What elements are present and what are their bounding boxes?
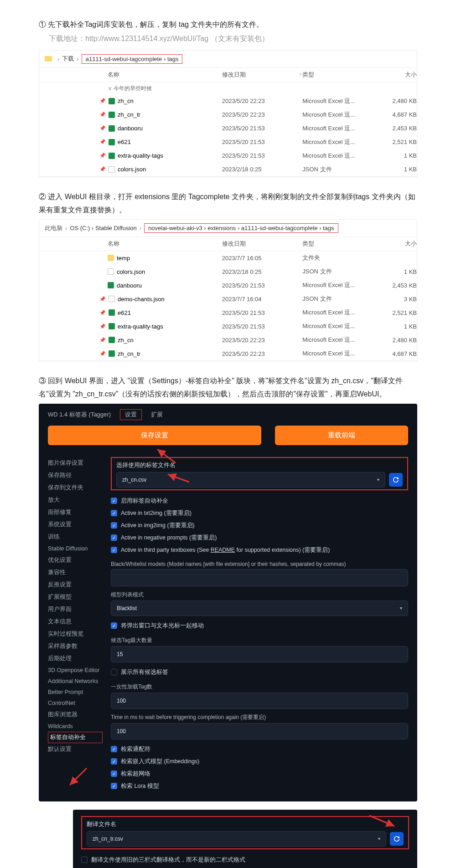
- sidebar-item[interactable]: 保存路径: [48, 469, 103, 482]
- col-date[interactable]: 修改日期: [222, 240, 302, 248]
- sidebar-item[interactable]: 保存到文件夹: [48, 482, 103, 494]
- step3-title: ③ 回到 WebUI 界面，进入 "设置（Settings）-标签自动补全" 版…: [39, 375, 417, 401]
- checkbox-label: 检索通配符: [121, 745, 150, 753]
- sidebar-item[interactable]: 实时过程预览: [48, 628, 103, 640]
- file-type: Microsoft Excel 逗...: [302, 138, 374, 146]
- checkbox-row[interactable]: ✓检索通配符: [111, 743, 408, 755]
- save-settings-button[interactable]: 保存设置: [48, 426, 261, 445]
- sidebar-item[interactable]: 扩展模型: [48, 591, 103, 603]
- checkbox-row[interactable]: ✓ 将弹出窗口与文本光标一起移动: [111, 620, 408, 632]
- table-row[interactable]: 📌danbooru2023/5/20 21:53Microsoft Excel …: [39, 122, 417, 135]
- sidebar-item[interactable]: 用户界面: [48, 603, 103, 616]
- table-row[interactable]: colors.json2023/2/18 0:25JSON 文件1 KB: [39, 265, 417, 278]
- file-date: 2023/2/18 0:25: [222, 268, 302, 275]
- col-name[interactable]: 名称: [108, 71, 222, 79]
- checkbox-row[interactable]: ✓启用标签自动补全: [111, 495, 408, 507]
- trans-label: 翻译文件名: [87, 821, 404, 828]
- checkbox-row[interactable]: ✓Active in txt2img (需要重启): [111, 507, 408, 519]
- sidebar-item[interactable]: 3D Openpose Editor: [48, 665, 103, 676]
- crumb-root[interactable]: 此电脑: [45, 224, 62, 232]
- checkbox-row[interactable]: ✓检索嵌入式模型 (Embeddings): [111, 755, 408, 768]
- readme-link[interactable]: README: [211, 547, 235, 553]
- modellist-dropdown[interactable]: Blacklist ▾: [111, 601, 408, 616]
- table-row[interactable]: temp2023/7/7 16:05文件夹: [39, 251, 417, 265]
- sidebar-item[interactable]: 放大: [48, 494, 103, 506]
- sidebar-item[interactable]: 图库浏览器: [48, 709, 103, 721]
- checkbox-row[interactable]: 翻译文件使用旧的三栏式翻译格式，而不是新的二栏式格式: [81, 854, 409, 866]
- table-row[interactable]: 📌zh_cn2023/5/20 22:23Microsoft Excel 逗..…: [39, 94, 417, 108]
- sidebar-item[interactable]: 训练: [48, 531, 103, 543]
- file-size: 1 KB: [374, 152, 417, 159]
- table-row[interactable]: danbooru2023/5/20 21:53Microsoft Excel 逗…: [39, 278, 417, 292]
- tab-extensions[interactable]: 扩展: [151, 411, 163, 419]
- crumb-mid[interactable]: OS (C:) › Stable Diffusion: [70, 225, 136, 231]
- tag-file-dropdown[interactable]: zh_cn.csv ▾: [116, 472, 385, 488]
- col-size[interactable]: 大小: [374, 71, 417, 79]
- checkbox-row[interactable]: ✓检索 Lora 模型: [111, 780, 408, 792]
- sidebar-item[interactable]: Wildcards: [48, 721, 103, 732]
- pin-icon: 📌: [99, 310, 106, 316]
- delay-input[interactable]: 100: [111, 723, 408, 740]
- checkbox-row[interactable]: ✓ 按照译文检索: [81, 866, 409, 868]
- table-row[interactable]: 📌colors.json2023/2/18 0:25JSON 文件1 KB: [39, 163, 417, 176]
- table-row[interactable]: 📌demo-chants.json2023/7/7 16:04JSON 文件3 …: [39, 292, 417, 306]
- sidebar-item[interactable]: 标签自动补全: [48, 732, 103, 743]
- sidebar-item[interactable]: 兼容性: [48, 566, 103, 579]
- chevron-down-icon: ▾: [377, 477, 379, 482]
- refresh-button[interactable]: [390, 832, 404, 846]
- table-row[interactable]: 📌extra-quality-tags2023/5/20 21:53Micros…: [39, 149, 417, 163]
- table-row[interactable]: 📌zh_cn_tr2023/5/20 22:23Microsoft Excel …: [39, 347, 417, 360]
- refresh-button[interactable]: [389, 473, 403, 487]
- checkbox-row[interactable]: ✓ Active in third party textboxes (See R…: [111, 544, 408, 556]
- sidebar-item[interactable]: 反推设置: [48, 579, 103, 591]
- sidebar-item[interactable]: 默认设置: [48, 743, 103, 755]
- blacklist-input[interactable]: [111, 569, 408, 586]
- col-size[interactable]: 大小: [374, 240, 417, 248]
- step1-title: ① 先下载补全Tag词库安装包，解压，复制 tag 文件夹中的所有文件。: [39, 18, 417, 31]
- col-date[interactable]: 修改日期⌄: [222, 71, 302, 79]
- crumb-text[interactable]: a1111-sd-webui-tagcomplete › tags: [86, 56, 179, 62]
- settings-body: 选择使用的标签文件名 zh_cn.csv ▾ ✓启用标签自动: [103, 453, 417, 801]
- delay-label: Time in ms to wait before triggering com…: [111, 714, 408, 721]
- tab-settings[interactable]: 设置: [120, 409, 142, 420]
- sidebar-item[interactable]: ControlNet: [48, 698, 103, 709]
- checkbox-icon: ✓: [111, 783, 117, 789]
- onceload-input[interactable]: 100: [111, 693, 408, 709]
- col-type[interactable]: 类型: [302, 240, 374, 248]
- sidebar-item[interactable]: Better Prompt: [48, 687, 103, 698]
- checkbox-row[interactable]: 展示所有候选标签: [111, 666, 408, 678]
- chevron-down-icon: ▾: [378, 836, 380, 841]
- sidebar-item[interactable]: Stable Diffusion: [48, 543, 103, 554]
- group-header[interactable]: ∨ 今年的早些时候: [39, 82, 417, 94]
- sidebar-item[interactable]: 优化设置: [48, 554, 103, 566]
- file-type: Microsoft Excel 逗...: [302, 152, 374, 160]
- sidebar-item[interactable]: Additional Networks: [48, 676, 103, 687]
- checkbox-row[interactable]: ✓检索超网络: [111, 768, 408, 780]
- table-row[interactable]: 📌extra-quality-tags2023/5/20 21:53Micros…: [39, 319, 417, 333]
- file-size: 2,480 KB: [374, 98, 417, 104]
- crumb-text[interactable]: novelai-webui-aki-v3 › extensions › a111…: [148, 225, 334, 231]
- col-name[interactable]: 名称: [108, 240, 222, 248]
- tab-tagger[interactable]: WD 1.4 标签器 (Tagger): [48, 411, 111, 419]
- col-type[interactable]: 类型: [302, 71, 374, 79]
- table-row[interactable]: 📌zh_cn_tr2023/5/20 22:23Microsoft Excel …: [39, 108, 417, 122]
- maxcand-input[interactable]: 15: [111, 646, 408, 663]
- table-row[interactable]: 📌zh_cn2023/5/20 22:23Microsoft Excel 逗..…: [39, 333, 417, 347]
- table-row[interactable]: 📌e6212023/5/20 21:53Microsoft Excel 逗...…: [39, 306, 417, 319]
- checkbox-icon: ✓: [111, 498, 117, 504]
- checkbox-row[interactable]: ✓Active in negative prompts (需要重启): [111, 532, 408, 544]
- crumb-left[interactable]: 下载: [62, 55, 74, 63]
- tag-file-section: 选择使用的标签文件名 zh_cn.csv ▾: [111, 457, 408, 490]
- sidebar-item[interactable]: 图片保存设置: [48, 457, 103, 469]
- sidebar-item[interactable]: 后期处理: [48, 652, 103, 665]
- trans-dropdown[interactable]: zh_cn_tr.csv ▾: [87, 831, 386, 847]
- sidebar-item[interactable]: 系统设置: [48, 519, 103, 531]
- file-size: 2,521 KB: [374, 139, 417, 145]
- sidebar-item[interactable]: 面部修复: [48, 506, 103, 519]
- checkbox-row[interactable]: ✓Active in img2img (需要重启): [111, 519, 408, 532]
- table-row[interactable]: 📌e6212023/5/20 21:53Microsoft Excel 逗...…: [39, 135, 417, 149]
- reload-ui-button[interactable]: 重载前端: [275, 426, 408, 445]
- sidebar-item[interactable]: 文本信息: [48, 616, 103, 628]
- file-date: 2023/5/20 21:53: [222, 309, 302, 316]
- sidebar-item[interactable]: 采样器参数: [48, 640, 103, 652]
